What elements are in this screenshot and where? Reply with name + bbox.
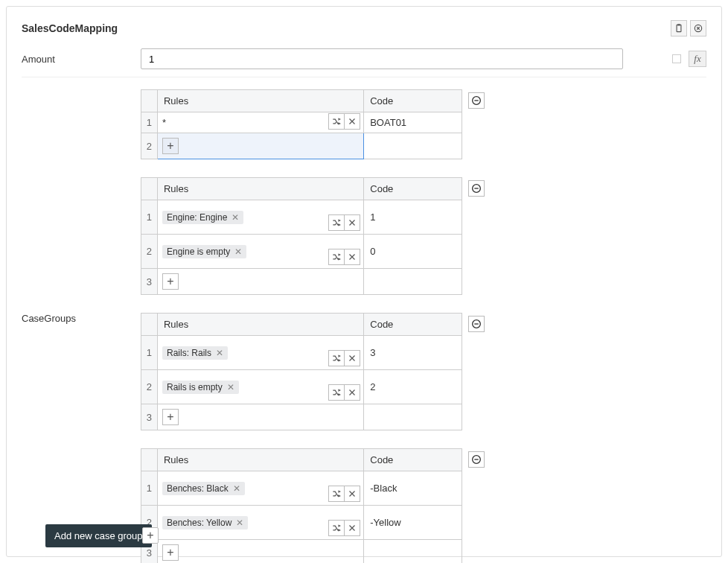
row-index: 2 [141,235,158,269]
rule-tag[interactable]: Engine: Engine✕ [162,211,243,224]
shuffle-button[interactable] [328,520,345,536]
divider [22,77,706,77]
code-cell[interactable]: -Yellow [364,506,462,540]
collapse-group-button[interactable] [468,316,485,332]
remove-tag-icon[interactable]: ✕ [227,382,234,392]
amount-input[interactable] [141,48,623,69]
amount-checkbox[interactable] [672,54,681,63]
rule-cell[interactable]: Benches: Black✕ [157,471,363,506]
clear-rule-button[interactable] [344,249,360,265]
table-row: 1Benches: Black✕-Black [141,471,462,506]
collapse-group-button[interactable] [468,451,485,468]
code-cell[interactable]: -Black [364,471,462,506]
rule-cell[interactable]: Rails is empty✕ [157,370,363,404]
remove-tag-icon[interactable]: ✕ [233,483,240,494]
rule-cell[interactable]: Engine is empty✕ [157,235,363,269]
rule-tag[interactable]: Engine is empty✕ [162,245,246,258]
col-idx-header [141,178,158,200]
table-row: 3+ [141,404,462,430]
x-icon [347,523,357,533]
shuffle-icon [331,252,342,262]
code-cell[interactable] [364,269,462,295]
col-idx-header [141,90,158,112]
rule-cell[interactable]: Rails: Rails✕ [157,336,363,370]
case-group: RulesCode1Benches: Black✕-Black2Benches:… [141,448,462,563]
col-code-header: Code [364,314,462,336]
rule-tag[interactable]: Benches: Black✕ [162,482,245,495]
rule-cell[interactable]: * [157,112,363,133]
remove-tag-icon[interactable]: ✕ [232,212,239,223]
code-cell[interactable] [364,404,462,430]
amount-label: Amount [22,54,132,65]
svg-rect-1 [677,24,680,25]
code-cell[interactable]: 0 [364,235,462,269]
rule-tag-text: Engine is empty [167,246,230,257]
shuffle-icon [331,116,342,127]
rule-tag-text: Benches: Black [167,483,229,494]
add-case-group-button[interactable]: + [142,527,159,544]
case-group-table: RulesCode1*BOAT012+ [141,89,462,159]
table-row: 1*BOAT01 [141,112,462,133]
clear-rule-button[interactable] [344,486,360,502]
rule-cell[interactable]: Benches: Yellow✕ [157,506,363,540]
collapse-group-button[interactable] [468,92,485,109]
shuffle-button[interactable] [328,249,345,265]
clear-rule-button[interactable] [344,113,360,130]
fx-button[interactable]: fx [689,51,706,67]
code-cell[interactable]: BOAT01 [364,112,462,133]
code-cell[interactable]: 2 [364,370,462,404]
rule-tag[interactable]: Rails: Rails✕ [162,346,228,360]
row-index: 2 [141,133,158,159]
clipboard-icon [674,23,684,34]
code-cell[interactable] [364,540,462,564]
shuffle-icon [331,217,342,228]
code-cell[interactable] [364,133,462,159]
remove-tag-icon[interactable]: ✕ [216,348,223,358]
clear-rule-button[interactable] [344,384,360,401]
remove-tag-icon[interactable]: ✕ [236,518,243,528]
x-icon [347,252,357,262]
table-row: 1Engine: Engine✕1 [141,200,462,235]
case-group: RulesCode1Rails: Rails✕32Rails is empty✕… [141,313,462,430]
table-row: 1Rails: Rails✕3 [141,336,462,370]
add-rule-cell: + [157,404,363,430]
add-rule-button[interactable]: + [162,273,179,290]
shuffle-button[interactable] [328,113,345,130]
row-index: 1 [141,471,158,506]
clear-rule-button[interactable] [344,520,360,536]
rule-tag-text: Engine: Engine [167,212,227,223]
shuffle-button[interactable] [328,350,345,366]
collapse-group-button[interactable] [468,180,485,197]
shuffle-icon [331,387,342,398]
rule-tag[interactable]: Benches: Yellow✕ [162,516,248,529]
remove-tag-icon[interactable]: ✕ [234,246,242,257]
table-row: 2Engine is empty✕0 [141,235,462,269]
clear-rule-button[interactable] [344,214,360,231]
clipboard-button[interactable] [671,20,687,36]
clear-button[interactable] [690,20,706,36]
sales-code-mapping-panel: SalesCodeMapping Amount fx CaseGroups Ru… [6,6,722,557]
row-index: 3 [141,404,158,430]
col-code-header: Code [364,449,462,471]
rule-cell[interactable]: Engine: Engine✕ [157,200,363,235]
code-cell[interactable]: 3 [364,336,462,370]
svg-rect-0 [677,25,681,31]
add-rule-button[interactable]: + [162,138,179,154]
shuffle-button[interactable] [328,486,345,502]
case-group-table: RulesCode1Engine: Engine✕12Engine is emp… [141,177,462,295]
clear-rule-button[interactable] [344,350,360,366]
x-icon [347,353,357,363]
col-idx-header [141,314,158,336]
add-rule-button[interactable]: + [162,544,179,561]
x-icon [347,116,357,127]
x-icon [347,489,357,499]
code-cell[interactable]: 1 [364,200,462,235]
shuffle-button[interactable] [328,384,345,401]
rule-tag[interactable]: Rails is empty✕ [162,381,239,394]
shuffle-button[interactable] [328,214,345,231]
rule-actions [329,249,360,265]
rule-actions [329,214,360,231]
add-rule-button[interactable]: + [162,409,179,425]
rule-actions [329,350,360,366]
col-code-header: Code [364,90,462,112]
